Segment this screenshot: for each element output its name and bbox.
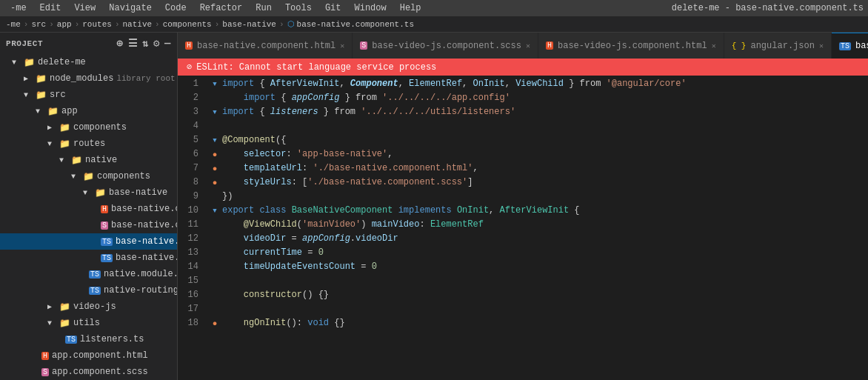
menu-bar: -me Edit View Navigate Code Refactor Run… [0,0,868,16]
ts-icon: TS [101,238,113,246]
sidebar-item-video-js[interactable]: ▶ 📁 video-js [0,299,177,315]
sidebar-item-components[interactable]: ▶ 📁 components [0,119,177,136]
sidebar-item-base-native-folder[interactable]: ▼ 📁 base-native [0,184,177,201]
folder-icon: 📁 [83,171,94,182]
sidebar-item-listeners[interactable]: TS listeners.ts [0,331,177,347]
breadcrumb-part[interactable]: base-native [222,20,276,29]
menu-item-run[interactable]: Run [250,1,278,15]
sidebar: Project ⊕ ☰ ⇅ ⚙ — ▼ 📁 delete-me ▶ 📁 node… [0,33,178,380]
tab-base-native-html[interactable]: H base-native.component.html ✕ [178,33,353,59]
gutter-line-17 [207,302,222,316]
code-content[interactable]: import { AfterViewInit, Component, Eleme… [222,76,868,380]
sidebar-item-delete-me[interactable]: ▼ 📁 delete-me [0,54,177,70]
tab-base-video-html[interactable]: H base-video-js.component.html ✕ [538,33,724,59]
error-message: ESLint: Cannot start language service pr… [196,62,436,73]
tree-label: components [97,171,150,181]
sidebar-icon-sort[interactable]: ⇅ [142,37,149,50]
sidebar-item-app-scss[interactable]: S app.component.scss [0,364,177,380]
gutter-line-4 [207,119,222,133]
code-line-12: videoDir = appConfig.videoDir [222,232,868,246]
sidebar-item-native-routing[interactable]: TS native-routing.module.... [0,282,177,299]
breadcrumb-part[interactable]: native [122,20,152,29]
tree-label: base-native [109,187,167,198]
tab-close-icon[interactable]: ✕ [712,41,716,50]
tree-label: components [73,122,127,133]
gutter-line-1: ▼ [207,77,222,91]
menu-item-edit[interactable]: Edit [34,1,67,15]
sidebar-icon-settings[interactable]: ⚙ [153,37,160,50]
tree-label: native [85,155,117,165]
sidebar-item-base-native-spec[interactable]: TS base-native.comp... [0,250,177,266]
menu-item-refactor[interactable]: Refactor [194,1,249,15]
sidebar-icon-collapse[interactable]: — [164,37,171,50]
code-line-3: import { listeners } from '../../../../u… [222,105,868,119]
menu-item-window[interactable]: Window [349,1,393,15]
gutter-line-12 [207,232,222,246]
sidebar-item-routes[interactable]: ▼ 📁 routes [0,136,177,152]
code-line-6: selector: 'app-base-native', [222,147,868,161]
tree-label: delete-me [38,57,86,67]
menu-item-help[interactable]: Help [394,1,427,15]
folder-icon: 📁 [95,187,106,199]
code-line-1: import { AfterViewInit, Component, Eleme… [222,77,868,91]
gutter-line-3: ▼ [207,105,222,119]
sidebar-item-utils[interactable]: ▼ 📁 utils [0,315,177,331]
tab-base-native-ts[interactable]: TS base-native.component.ts ✕ [832,33,868,59]
breadcrumb-part[interactable]: routes [82,20,112,29]
breadcrumb-part[interactable]: app [57,20,72,29]
tab-close-icon[interactable]: ✕ [819,41,824,50]
breadcrumb-file[interactable]: ⬡base-native.component.ts [287,19,414,29]
gutter-line-9 [207,190,222,204]
tree-label: base-native.comp... [116,253,178,263]
code-line-16: constructor() {} [222,288,868,302]
menu-item-code[interactable]: Code [159,1,193,15]
code-line-8: styleUrls: ['./base-native.component.scs… [222,176,868,190]
breadcrumb-part[interactable]: -me [6,20,21,29]
folder-icon: 📁 [59,301,70,313]
tab-close-icon[interactable]: ✕ [340,41,344,50]
sidebar-item-base-native-ts[interactable]: TS base-native.comp... [0,233,177,250]
sidebar-item-native-module[interactable]: TS native.module.ts [0,266,177,282]
sidebar-header: Project ⊕ ☰ ⇅ ⚙ — [0,33,177,54]
tab-icon-ts: TS [839,42,851,50]
tab-close-icon[interactable]: ✕ [526,41,530,50]
sidebar-item-node-modules[interactable]: ▶ 📁 node_modules library root [0,70,177,87]
menu-item-tools[interactable]: Tools [279,1,318,15]
tab-icon-json: { } [732,41,747,50]
tab-base-video-scss[interactable]: S base-video-js.component.scss ✕ [353,33,538,59]
folder-icon: 📁 [59,318,70,329]
sidebar-item-base-native-html[interactable]: H base-native.comp... [0,201,177,217]
breadcrumb: -me › src › app › routes › native › comp… [0,16,868,33]
tab-icon-html: H [546,41,553,50]
sidebar-icon-globe[interactable]: ⊕ [117,37,124,50]
breadcrumb-part[interactable]: src [31,20,46,29]
menu-item-git[interactable]: Git [319,1,347,15]
tab-angular-json[interactable]: { } angular.json ✕ [724,33,832,59]
sidebar-item-src[interactable]: ▼ 📁 src [0,87,177,103]
sidebar-item-app-html[interactable]: H app.component.html [0,347,177,364]
sidebar-item-components2[interactable]: ▼ 📁 components [0,168,177,184]
tabs-bar: H base-native.component.html ✕ S base-vi… [178,33,868,59]
sidebar-item-app[interactable]: ▼ 📁 app [0,103,177,119]
code-line-4 [222,119,868,133]
tree-label: src [50,90,66,100]
code-editor[interactable]: 1 2 3 4 5 6 7 8 9 10 11 12 13 14 15 16 1… [178,76,868,380]
tree-label: native-routing.module.... [104,285,178,296]
menu-item-view[interactable]: View [68,1,101,15]
menu-item-navigate[interactable]: Navigate [103,1,158,15]
code-line-7: templateUrl: './base-native.component.ht… [222,161,868,176]
tree-label: native.module.ts [104,269,178,279]
code-line-10: export class BaseNativeComponent impleme… [222,204,868,218]
tab-label: angular.json [750,41,814,51]
tree-label: app [61,106,78,116]
sidebar-icon-list[interactable]: ☰ [128,37,138,50]
sidebar-item-base-native-scss[interactable]: S base-native.comp... [0,217,177,233]
gutter-line-15 [207,274,222,288]
breadcrumb-part[interactable]: components [163,20,212,29]
tree-label: base-native.comp... [111,220,178,230]
tree-label: video-js [73,301,116,312]
menu-item-app[interactable]: -me [4,1,33,15]
tree-label: base-native.comp... [116,236,178,247]
sidebar-item-native[interactable]: ▼ 📁 native [0,152,177,168]
folder-icon: 📁 [59,122,70,133]
